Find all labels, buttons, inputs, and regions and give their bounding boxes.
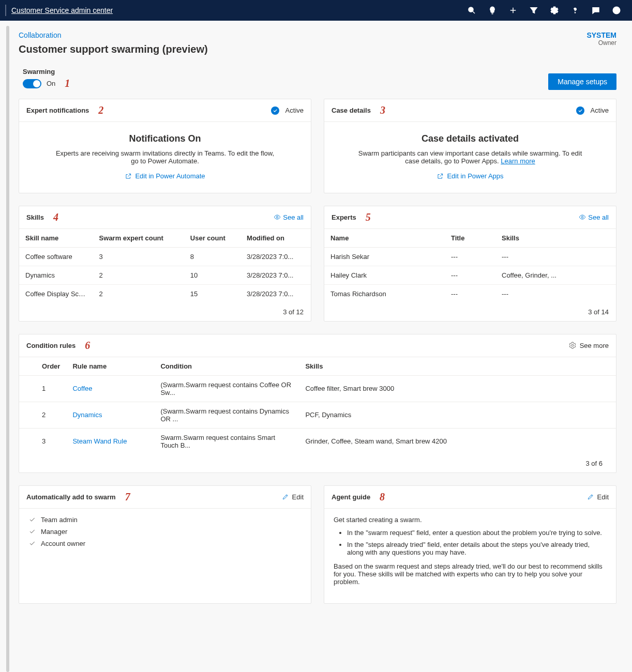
- filter-icon[interactable]: [523, 0, 544, 21]
- gear-icon: [568, 341, 577, 349]
- auto-add-card: Automatically add to swarm 7 Edit Team a…: [19, 485, 311, 604]
- owner-role: Owner: [586, 39, 616, 47]
- link-text: See more: [580, 342, 609, 349]
- col-skill-name[interactable]: Skill name: [19, 229, 93, 248]
- col-user-count[interactable]: User count: [184, 229, 240, 248]
- col-rule-name[interactable]: Rule name: [66, 357, 154, 376]
- agent-bullets: In the "swarm request" field, enter a qu…: [334, 529, 607, 556]
- check-icon: [271, 106, 279, 115]
- condition-rules-card: Condition rules 6 See more Order Rule na…: [19, 334, 616, 473]
- experts-title: Experts: [332, 213, 356, 221]
- rule-link[interactable]: Dynamics: [72, 411, 102, 419]
- callout-3: 3: [380, 104, 385, 116]
- callout-2: 2: [98, 104, 103, 116]
- lightbulb-icon[interactable]: [482, 0, 503, 21]
- search-icon[interactable]: [461, 0, 482, 21]
- callout-4: 4: [53, 211, 58, 223]
- rules-table: Order Rule name Condition Skills 1Coffee…: [19, 357, 616, 454]
- table-row[interactable]: 3Steam Wand RuleSwarm.Swarm request cont…: [19, 428, 616, 454]
- experts-footer: 3 of 14: [324, 303, 616, 321]
- case-details-title: Case details: [332, 106, 371, 114]
- agent-intro: Get started creating a swarm.: [334, 516, 607, 524]
- status-text: Active: [285, 106, 304, 114]
- table-row[interactable]: Dynamics2103/28/2023 7:0...: [19, 266, 311, 284]
- expert-notifications-card: Expert notifications 2 Active Notificati…: [19, 99, 311, 193]
- rule-link[interactable]: Steam Wand Rule: [72, 437, 127, 445]
- eye-icon: [274, 213, 281, 221]
- col-order[interactable]: Order: [19, 357, 66, 376]
- gear-icon[interactable]: [544, 0, 565, 21]
- swarming-toggle[interactable]: [23, 79, 41, 88]
- notifications-body-text: Experts are receiving swarm invitations …: [51, 149, 279, 165]
- table-row[interactable]: 2Dynamics(Swarm.Swarm request contains D…: [19, 402, 616, 428]
- svg-point-11: [571, 344, 574, 346]
- list-item: In the "steps already tried" field, ente…: [347, 541, 607, 556]
- table-row[interactable]: Coffee software383/28/2023 7:0...: [19, 247, 311, 266]
- link-text: Edit in Power Apps: [447, 172, 503, 180]
- link-text: Edit: [597, 493, 609, 501]
- top-bar: Customer Service admin center: [0, 0, 632, 21]
- agent-guide-edit-link[interactable]: Edit: [587, 493, 609, 501]
- rule-link[interactable]: Coffee: [72, 385, 92, 392]
- page-title: Customer support swarming (preview): [19, 43, 208, 55]
- svg-point-8: [618, 9, 618, 10]
- check-icon: [28, 516, 36, 523]
- swarming-label: Swarming: [23, 68, 70, 75]
- link-text: See all: [283, 213, 304, 221]
- item-text: Manager: [41, 528, 67, 536]
- svg-point-5: [575, 12, 575, 13]
- table-row[interactable]: 1Coffee(Swarm.Swarm request contains Cof…: [19, 375, 616, 402]
- chat-icon[interactable]: [585, 0, 606, 21]
- learn-more-link[interactable]: Learn more: [501, 157, 535, 165]
- topbar-divider: [5, 5, 6, 16]
- col-expert-count[interactable]: Swarm expert count: [93, 229, 184, 248]
- link-text: Edit in Power Automate: [135, 172, 205, 180]
- col-condition[interactable]: Condition: [154, 357, 299, 376]
- skills-see-all-link[interactable]: See all: [274, 213, 304, 221]
- agent-guide-title: Agent guide: [332, 493, 370, 501]
- status-text: Active: [591, 106, 609, 114]
- agent-guide-card: Agent guide 8 Edit Get started creating …: [324, 485, 616, 604]
- edit-power-apps-link[interactable]: Edit in Power Apps: [437, 172, 503, 180]
- callout-1: 1: [65, 78, 70, 89]
- auto-add-list: Team admin Manager Account owner: [19, 509, 311, 562]
- skills-table: Skill name Swarm expert count User count…: [19, 229, 311, 303]
- col-skills[interactable]: Skills: [495, 229, 616, 248]
- see-more-link[interactable]: See more: [568, 341, 609, 349]
- table-row[interactable]: Tomas Richardson------: [324, 284, 616, 303]
- svg-point-6: [613, 7, 620, 14]
- plus-icon[interactable]: [503, 0, 523, 21]
- table-row[interactable]: Hailey Clark---Coffee, Grinder, ...: [324, 266, 616, 284]
- col-modified[interactable]: Modified on: [240, 229, 311, 248]
- skills-title: Skills: [26, 213, 44, 221]
- edit-power-automate-link[interactable]: Edit in Power Automate: [125, 172, 205, 180]
- scrollbar[interactable]: [6, 26, 9, 672]
- owner-name[interactable]: SYSTEM: [586, 31, 616, 39]
- case-details-body-text: Swarm participants can view important ca…: [356, 149, 584, 165]
- table-row[interactable]: Harish Sekar------: [324, 247, 616, 266]
- col-skills[interactable]: Skills: [299, 357, 616, 376]
- app-title[interactable]: Customer Service admin center: [11, 6, 113, 14]
- svg-point-10: [582, 216, 584, 218]
- svg-point-9: [277, 216, 279, 218]
- external-link-icon: [437, 173, 444, 180]
- table-row[interactable]: Coffee Display Screen2153/28/2023 7:0...: [19, 284, 311, 303]
- item-text: Account owner: [41, 540, 85, 547]
- svg-point-7: [615, 9, 615, 10]
- case-details-card: Case details 3 Active Case details activ…: [324, 99, 616, 193]
- face-icon[interactable]: [606, 0, 627, 21]
- link-text: See all: [588, 213, 609, 221]
- col-name[interactable]: Name: [324, 229, 445, 248]
- experts-table: Name Title Skills Harish Sekar------ Hai…: [324, 229, 616, 303]
- expert-notifications-title: Expert notifications: [26, 106, 89, 114]
- help-icon[interactable]: [565, 0, 585, 21]
- skills-card: Skills 4 See all Skill name Swarm expert…: [19, 206, 311, 322]
- manage-setups-button[interactable]: Manage setups: [548, 73, 616, 90]
- breadcrumb[interactable]: Collaboration: [19, 31, 208, 39]
- col-title[interactable]: Title: [445, 229, 495, 248]
- list-item: Manager: [28, 526, 302, 538]
- auto-add-edit-link[interactable]: Edit: [282, 493, 304, 501]
- experts-see-all-link[interactable]: See all: [579, 213, 609, 221]
- item-text: Team admin: [41, 516, 78, 524]
- check-icon: [28, 528, 36, 535]
